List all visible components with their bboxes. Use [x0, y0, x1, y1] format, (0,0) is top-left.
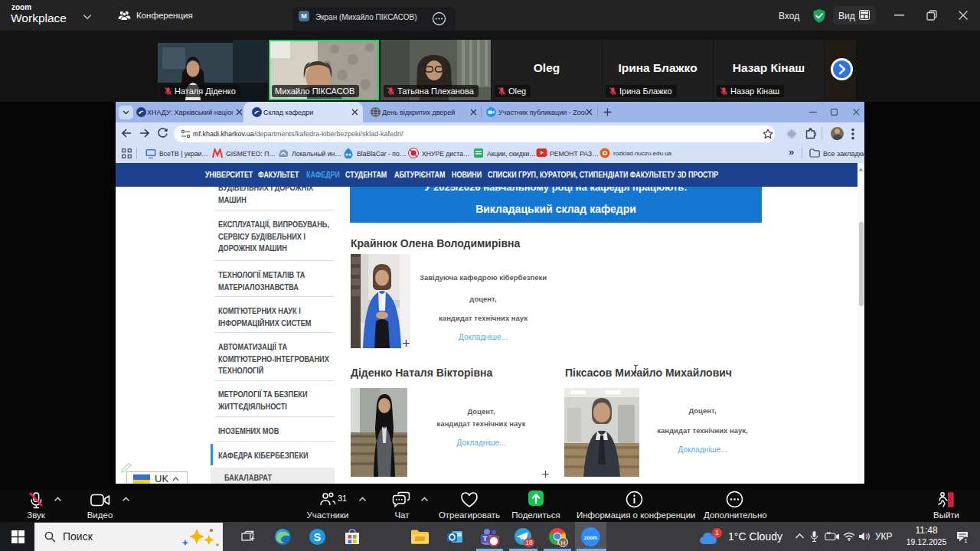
svg-text:T: T — [483, 535, 488, 543]
svg-text:1: 1 — [964, 537, 968, 544]
svg-text:S: S — [314, 531, 321, 543]
